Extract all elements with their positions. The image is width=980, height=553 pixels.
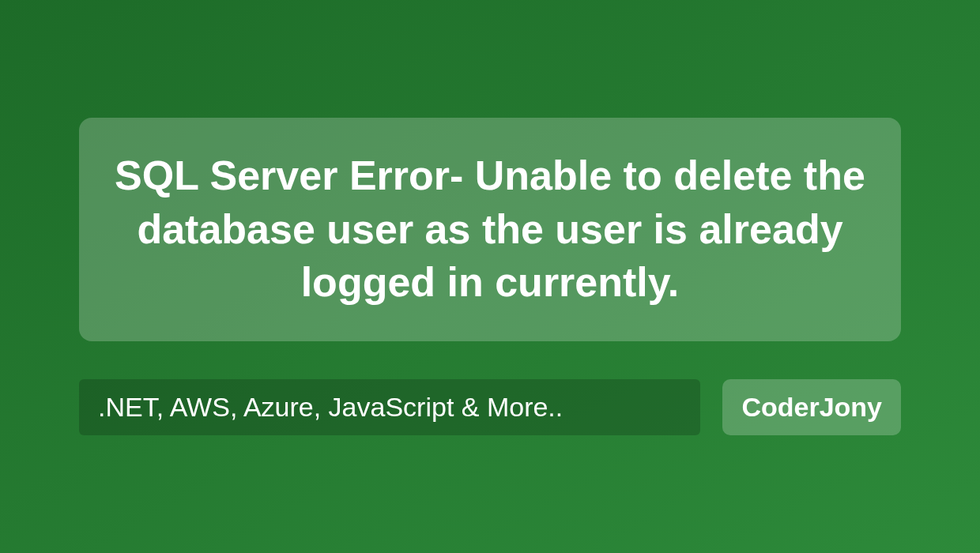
article-title: SQL Server Error- Unable to delete the d…	[111, 149, 869, 310]
brand-text: CoderJony	[741, 392, 882, 423]
tags-text: .NET, AWS, Azure, JavaScript & More..	[98, 392, 563, 423]
bottom-row: .NET, AWS, Azure, JavaScript & More.. Co…	[79, 379, 901, 435]
title-card: SQL Server Error- Unable to delete the d…	[79, 118, 901, 341]
tags-card: .NET, AWS, Azure, JavaScript & More..	[79, 379, 700, 435]
brand-card: CoderJony	[722, 379, 901, 435]
